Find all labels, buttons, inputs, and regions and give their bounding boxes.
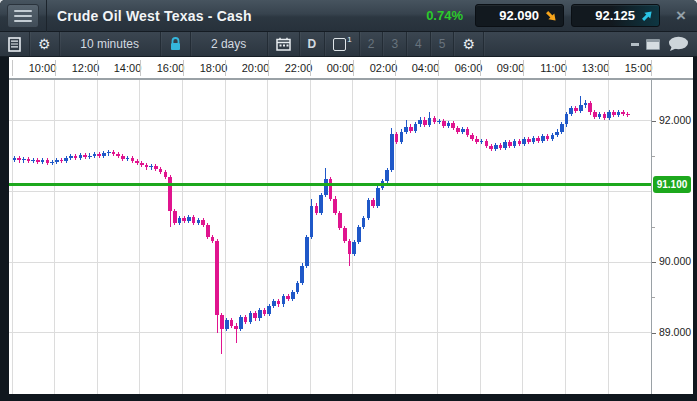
candlestick-chart[interactable]	[9, 80, 651, 394]
time-axis-separator	[523, 60, 524, 76]
time-label: 02:00	[362, 57, 405, 78]
time-label: 20:00	[234, 57, 277, 78]
time-label: 11:00	[532, 57, 575, 78]
arrow-up-right-icon	[640, 9, 654, 23]
toolbar-settings-button[interactable]: ⚙	[454, 32, 484, 56]
arrow-down-right-icon	[544, 9, 558, 23]
chart-settings-button[interactable]: ⚙	[30, 32, 60, 56]
close-button[interactable]: ×	[669, 5, 693, 27]
change-percent: 0.74%	[426, 8, 463, 23]
layout-4-button[interactable]: 4	[407, 32, 431, 56]
time-axis-separator	[12, 60, 13, 76]
lock-icon	[169, 37, 182, 51]
price-axis[interactable]: 92.000 90.000 89.000 91.100	[651, 80, 693, 394]
layout-1-button[interactable]: 1	[325, 32, 359, 56]
time-label: 00:00	[319, 57, 362, 78]
time-label: 22:00	[277, 57, 320, 78]
chart-window: Crude Oil West Texas - Cash 0.74% 92.090…	[0, 0, 697, 401]
news-list-icon	[8, 37, 21, 52]
chat-bubble-icon[interactable]	[667, 36, 689, 52]
price-label: 89.000	[659, 326, 693, 339]
time-axis[interactable]: 10:00 12:00 14:00 16:00 18:00 20:00 22:0…	[9, 57, 693, 80]
hamburger-icon	[14, 10, 32, 12]
window-icon[interactable]	[646, 39, 660, 50]
hamburger-menu-button[interactable]	[7, 4, 39, 28]
calendar-icon	[276, 37, 291, 51]
chart-toolbar: ⚙ 10 minutes 2 days D	[0, 32, 697, 57]
price-minor-tick	[652, 227, 655, 228]
time-axis-separator	[310, 60, 311, 76]
time-label: 13:00	[574, 57, 617, 78]
interval-dropdown[interactable]: 10 minutes	[60, 32, 161, 56]
time-label: 16:00	[149, 57, 192, 78]
time-label: 04:00	[404, 57, 447, 78]
buy-price: 92.125	[595, 8, 635, 23]
time-axis-separator	[268, 60, 269, 76]
price-tick	[652, 333, 656, 334]
toolbar-right-icons	[631, 32, 697, 56]
time-axis-separator	[140, 60, 141, 76]
instrument-title: Crude Oil West Texas - Cash	[57, 8, 426, 24]
window-header: Crude Oil West Texas - Cash 0.74% 92.090…	[0, 0, 697, 32]
lock-interval-button[interactable]	[161, 32, 191, 56]
sell-price-button[interactable]: 92.090	[475, 4, 564, 27]
price-minor-tick	[652, 156, 655, 157]
time-axis-separator	[353, 60, 354, 76]
gear-icon: ⚙	[462, 36, 475, 52]
range-dropdown[interactable]: 2 days	[191, 32, 268, 56]
daily-period-button[interactable]: D	[300, 32, 326, 56]
time-axis-separator	[395, 60, 396, 76]
time-axis-separator	[225, 60, 226, 76]
price-tick	[652, 121, 656, 122]
time-axis-separator	[55, 60, 56, 76]
time-label: 14:00	[106, 57, 149, 78]
time-label: 15:00	[617, 57, 660, 78]
layout-icon	[333, 38, 346, 51]
time-axis-separator	[565, 60, 566, 76]
time-axis-separator	[651, 60, 652, 76]
price-line-badge: 91.100	[653, 176, 691, 193]
price-label: 92.000	[659, 114, 693, 127]
header-divider	[46, 0, 47, 32]
gear-icon: ⚙	[38, 36, 51, 52]
time-label: 10:00	[21, 57, 64, 78]
time-label: 09:00	[489, 57, 532, 78]
time-label: 06:00	[447, 57, 490, 78]
minimize-icon[interactable]	[631, 43, 639, 46]
time-axis-separator	[97, 60, 98, 76]
sell-price: 92.090	[499, 8, 539, 23]
time-axis-separator	[438, 60, 439, 76]
price-tick	[652, 262, 656, 263]
buy-price-button[interactable]: 92.125	[571, 4, 660, 27]
price-label: 90.000	[659, 255, 693, 268]
time-axis-separator	[183, 60, 184, 76]
time-label: 18:00	[192, 57, 235, 78]
price-minor-tick	[652, 297, 655, 298]
layout-1-number: 1	[347, 35, 351, 44]
layout-2-button[interactable]: 2	[360, 32, 384, 56]
time-axis-separator	[480, 60, 481, 76]
calendar-button[interactable]	[268, 32, 300, 56]
layout-3-button[interactable]: 3	[383, 32, 407, 56]
news-button[interactable]	[0, 32, 30, 56]
time-label: 12:00	[64, 57, 107, 78]
layout-5-button[interactable]: 5	[431, 32, 455, 56]
time-axis-separator	[608, 60, 609, 76]
